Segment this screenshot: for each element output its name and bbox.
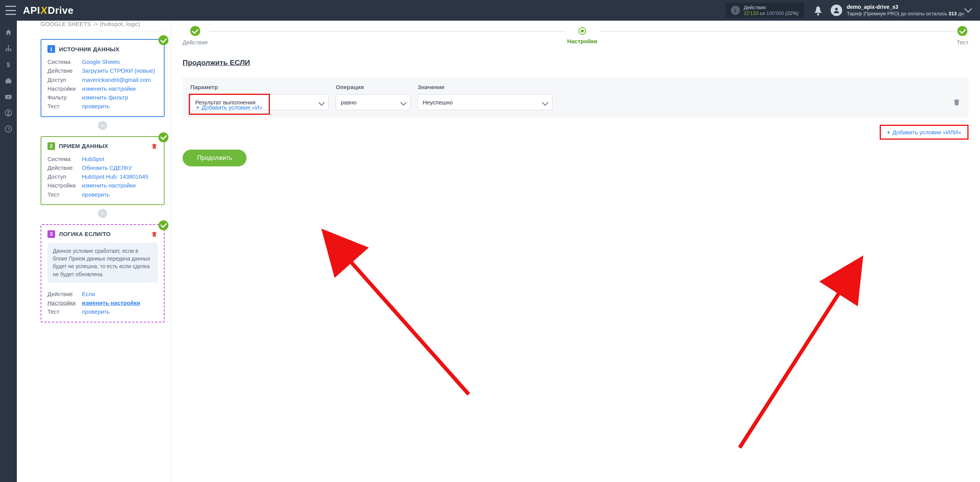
rail-connections[interactable] <box>0 41 17 57</box>
tariff-line: Тариф |Премиум PRO| до оплаты осталось 3… <box>847 11 965 17</box>
user-block[interactable]: demo_apix-drive_s3 Тариф |Премиум PRO| д… <box>847 4 965 17</box>
add-and-button[interactable]: +Добавить условие «И» <box>192 102 266 113</box>
step-test[interactable]: Тест <box>957 26 969 46</box>
rail-billing[interactable]: $ <box>0 57 17 73</box>
trash-icon[interactable] <box>151 143 158 150</box>
dest-settings-link[interactable]: изменить настройки <box>82 181 136 190</box>
card-title: ИСТОЧНИК ДАННЫХ <box>59 46 119 52</box>
logo[interactable]: APIXDrive <box>23 5 74 16</box>
check-icon <box>158 132 168 142</box>
add-node-2[interactable]: + <box>98 209 107 218</box>
logic-action[interactable]: Если <box>82 290 95 298</box>
value-label: Значение <box>418 84 552 90</box>
logic-description: Данное условие сработает, если в блоке П… <box>47 243 158 283</box>
card-destination: 2 ПРИЕМ ДАННЫХ СистемаHubSpot ДействиеОб… <box>41 136 165 205</box>
svg-rect-2 <box>6 50 7 51</box>
source-access[interactable]: maverickandrii@gmail.com <box>82 75 151 84</box>
svg-text:$: $ <box>7 61 10 68</box>
dest-access[interactable]: HubSpot Hub: 143801645 <box>82 172 148 181</box>
actions-quota[interactable]: i Действия: 22'133 из 100'000 (22%) <box>725 3 804 18</box>
rail-briefcase[interactable] <box>0 73 17 89</box>
rail-account[interactable] <box>0 105 17 121</box>
username: demo_apix-drive_s3 <box>847 4 965 11</box>
source-test-link[interactable]: проверить <box>82 102 109 111</box>
svg-rect-1 <box>8 46 9 47</box>
badge-1: 1 <box>47 45 55 53</box>
svg-point-11 <box>8 111 10 113</box>
continue-button[interactable]: Продолжить <box>183 150 247 166</box>
source-action[interactable]: Загрузить СТРОКИ (новые) <box>82 66 155 75</box>
svg-rect-7 <box>7 78 10 79</box>
badge-2: 2 <box>47 142 55 150</box>
source-settings-link[interactable]: изменить настройки <box>82 84 136 93</box>
trash-icon[interactable] <box>151 231 158 238</box>
section-heading: Продолжить ЕСЛИ <box>183 59 969 67</box>
rail-help[interactable]: ? <box>0 121 17 137</box>
actions-pct: (22%) <box>785 10 799 16</box>
add-node-1[interactable]: + <box>98 121 107 130</box>
step-action[interactable]: Действие <box>183 26 208 46</box>
highlight-add-and: +Добавить условие «И» <box>189 94 270 115</box>
card-logic: 3 ЛОГИКА ЕСЛИ/ТО Данное условие сработае… <box>41 224 165 322</box>
delete-condition-icon[interactable] <box>952 98 961 106</box>
check-icon <box>158 35 168 45</box>
svg-rect-6 <box>6 80 11 83</box>
add-or-button[interactable]: +Добавить условие «ИЛИ» <box>883 127 965 138</box>
actions-used: 22'133 <box>744 10 759 16</box>
breadcrumb: GOOGLE SHEETS -> (hubspot, logic) <box>41 21 165 31</box>
logic-test-link[interactable]: проверить <box>82 307 109 316</box>
card-source: 1 ИСТОЧНИК ДАННЫХ СистемаGoogle Sheets Д… <box>41 39 165 117</box>
svg-rect-3 <box>8 50 9 51</box>
value-select[interactable]: Неуспешно <box>418 94 552 110</box>
rail-video[interactable] <box>0 89 17 105</box>
actions-label: Действия: <box>744 5 799 11</box>
avatar[interactable] <box>831 5 842 16</box>
rail-home[interactable] <box>0 24 17 41</box>
dest-test-link[interactable]: проверить <box>82 190 109 199</box>
card-title: ЛОГИКА ЕСЛИ/ТО <box>59 231 111 237</box>
dest-system[interactable]: HubSpot <box>82 155 104 163</box>
check-icon <box>158 220 168 230</box>
svg-text:?: ? <box>7 126 10 131</box>
stepper: Действие Настройки Тест <box>183 26 969 46</box>
source-filter-link[interactable]: изменить фильтр <box>82 93 128 102</box>
badge-3: 3 <box>47 230 55 238</box>
svg-point-0 <box>835 8 838 10</box>
chevron-down-icon[interactable] <box>965 7 972 14</box>
condition-block: Параметр Результат выполнения Операция р… <box>183 77 969 118</box>
dest-action[interactable]: Обновить СДЕЛКУ <box>82 163 132 172</box>
svg-rect-4 <box>10 50 11 51</box>
actions-total: 100'000 <box>766 10 784 16</box>
source-system[interactable]: Google Sheets <box>82 57 120 66</box>
svg-line-14 <box>346 257 469 394</box>
info-icon: i <box>731 6 740 15</box>
card-title: ПРИЕМ ДАННЫХ <box>59 143 108 149</box>
oper-select[interactable]: равно <box>336 94 411 110</box>
param-label: Параметр <box>190 84 329 90</box>
bell-icon[interactable] <box>814 6 822 15</box>
oper-label: Операция <box>336 84 411 90</box>
svg-line-15 <box>740 288 843 448</box>
logic-settings-link[interactable]: изменить настройки <box>82 298 140 307</box>
highlight-add-or: +Добавить условие «ИЛИ» <box>880 125 969 140</box>
step-settings[interactable]: Настройки <box>567 27 597 44</box>
menu-toggle[interactable] <box>5 6 16 15</box>
